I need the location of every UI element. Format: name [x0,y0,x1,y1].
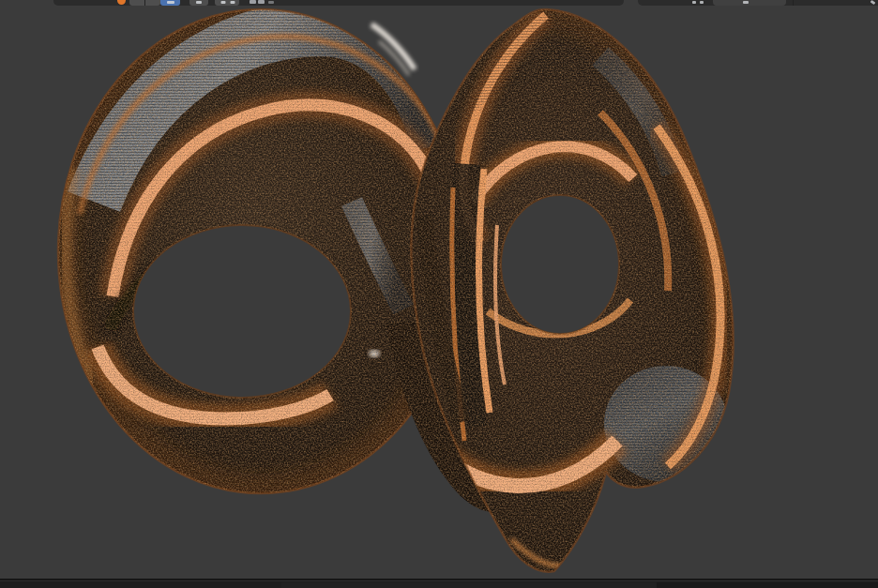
status-bar-highlight-line [0,580,878,581]
status-bar-mid-segment [281,582,657,588]
diagonal-glyph-icon[interactable] [870,0,876,5]
app-window: Rendered 3D sculpture: interlocked twist… [0,0,878,588]
raised-button-segment[interactable] [713,0,786,6]
header-button-group[interactable] [129,0,160,6]
button-b-glyph-2-icon [230,1,235,4]
status-bar-right-segment [657,582,878,588]
viewport-header-left [53,0,624,6]
active-blue-button[interactable] [160,0,180,6]
active-button-glyph-icon [167,1,174,4]
viewport-canvas[interactable]: Rendered 3D sculpture: interlocked twist… [0,0,878,588]
header-divider [793,0,794,6]
prong-glyph-2-icon[interactable] [700,1,704,4]
button-divider [144,0,145,6]
prong-glyph-1-icon[interactable] [692,1,696,4]
button-b-glyph-1-icon [221,1,226,4]
status-bar [0,579,878,588]
viewport-header-right [638,0,878,6]
header-button-b[interactable] [215,0,239,6]
white-square-glyph-2-icon[interactable] [258,0,265,4]
faint-glyph-icon[interactable] [268,1,274,4]
header-button-a[interactable] [189,0,208,6]
white-square-glyph-1-icon[interactable] [250,0,256,4]
segment-dot-glyph-icon [743,1,749,4]
button-a-glyph-icon [196,1,202,4]
orange-dot-icon[interactable] [117,0,126,5]
